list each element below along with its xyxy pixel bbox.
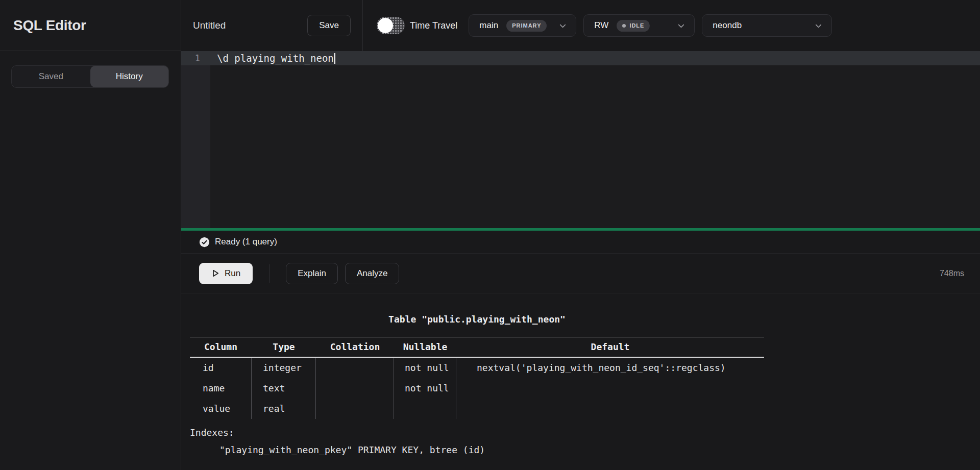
actionbar-divider bbox=[269, 264, 270, 283]
time-travel-label: Time Travel bbox=[410, 20, 457, 31]
table-row: id integer not null nextval('playing_wit… bbox=[190, 358, 764, 378]
analyze-button[interactable]: Analyze bbox=[345, 263, 399, 284]
save-button[interactable]: Save bbox=[307, 15, 351, 36]
text-cursor bbox=[334, 53, 335, 64]
column-header: Default bbox=[456, 337, 764, 357]
indexes-label: Indexes: bbox=[190, 427, 764, 438]
table-row: value real bbox=[190, 399, 764, 419]
topbar: Untitled Save Time Travel main PRIMARY R… bbox=[181, 0, 980, 51]
result-table: Table "public.playing_with_neon" Column … bbox=[190, 314, 764, 455]
explain-button[interactable]: Explain bbox=[286, 263, 338, 284]
table-cell bbox=[456, 378, 764, 399]
chevron-down-icon bbox=[558, 21, 568, 31]
time-travel-toggle[interactable] bbox=[377, 17, 405, 34]
main-panel: Untitled Save Time Travel main PRIMARY R… bbox=[181, 0, 980, 470]
success-check-icon bbox=[199, 237, 210, 248]
table-cell: not null bbox=[394, 358, 456, 378]
column-header: Type bbox=[252, 337, 316, 357]
chevron-down-icon bbox=[676, 21, 686, 31]
table-cell: id bbox=[190, 358, 252, 378]
sidebar: SQL Editor Saved History bbox=[0, 0, 181, 470]
tab-saved[interactable]: Saved bbox=[12, 66, 90, 87]
connection-controls: Time Travel main PRIMARY RW IDLE neondb bbox=[363, 0, 980, 51]
line-number: 1 bbox=[181, 53, 200, 63]
idle-status-text: IDLE bbox=[629, 22, 644, 29]
table-cell bbox=[316, 378, 394, 399]
query-duration: 748ms bbox=[940, 269, 964, 278]
table-cell bbox=[456, 399, 764, 419]
branch-dropdown[interactable]: main PRIMARY bbox=[469, 14, 576, 37]
results-panel: Table "public.playing_with_neon" Column … bbox=[181, 293, 980, 470]
idle-status-badge: IDLE bbox=[617, 20, 650, 32]
compute-dropdown[interactable]: RW IDLE bbox=[583, 14, 695, 37]
table-cell: not null bbox=[394, 378, 456, 399]
branch-name: main bbox=[479, 20, 498, 31]
code-line: \d playing_with_neon bbox=[217, 53, 335, 64]
table-title: Table "public.playing_with_neon" bbox=[190, 314, 764, 325]
query-title-section: Untitled Save bbox=[181, 0, 362, 51]
line-number-gutter bbox=[181, 51, 210, 228]
table-cell: name bbox=[190, 378, 252, 399]
editor-active-line: 1 \d playing_with_neon bbox=[181, 51, 980, 65]
status-message: Ready (1 query) bbox=[215, 237, 277, 247]
table-cell: integer bbox=[252, 358, 316, 378]
run-button[interactable]: Run bbox=[199, 263, 253, 284]
table-header-row: Column Type Collation Nullable Default bbox=[190, 337, 764, 358]
database-name: neondb bbox=[713, 20, 742, 31]
action-bar: Run Explain Analyze 748ms bbox=[181, 254, 980, 293]
tab-history[interactable]: History bbox=[90, 66, 169, 87]
sql-editor-app: SQL Editor Saved History Untitled Save T… bbox=[0, 0, 980, 470]
status-dot-icon bbox=[622, 24, 626, 28]
sql-editor-area[interactable]: 1 \d playing_with_neon bbox=[181, 51, 980, 228]
page-title: SQL Editor bbox=[13, 17, 86, 34]
sidebar-header: SQL Editor bbox=[0, 0, 181, 51]
column-header: Column bbox=[190, 337, 252, 357]
saved-history-segmented-control: Saved History bbox=[11, 65, 169, 88]
table-cell: real bbox=[252, 399, 316, 419]
query-title: Untitled bbox=[193, 20, 226, 31]
compute-name: RW bbox=[594, 20, 608, 31]
table-cell: nextval('playing_with_neon_id_seq'::regc… bbox=[456, 358, 764, 378]
primary-badge: PRIMARY bbox=[506, 20, 547, 32]
table-cell bbox=[316, 399, 394, 419]
play-icon bbox=[211, 269, 219, 278]
index-definition: "playing_with_neon_pkey" PRIMARY KEY, bt… bbox=[219, 444, 764, 455]
column-header: Nullable bbox=[394, 337, 456, 357]
toggle-knob bbox=[378, 18, 393, 33]
table-cell: text bbox=[252, 378, 316, 399]
chevron-down-icon bbox=[814, 21, 823, 31]
table-cell: value bbox=[190, 399, 252, 419]
table-row: name text not null bbox=[190, 378, 764, 399]
column-header: Collation bbox=[316, 337, 394, 357]
table-cell bbox=[316, 358, 394, 378]
status-bar: Ready (1 query) bbox=[181, 231, 980, 254]
database-dropdown[interactable]: neondb bbox=[702, 14, 832, 37]
table-cell bbox=[394, 399, 456, 419]
